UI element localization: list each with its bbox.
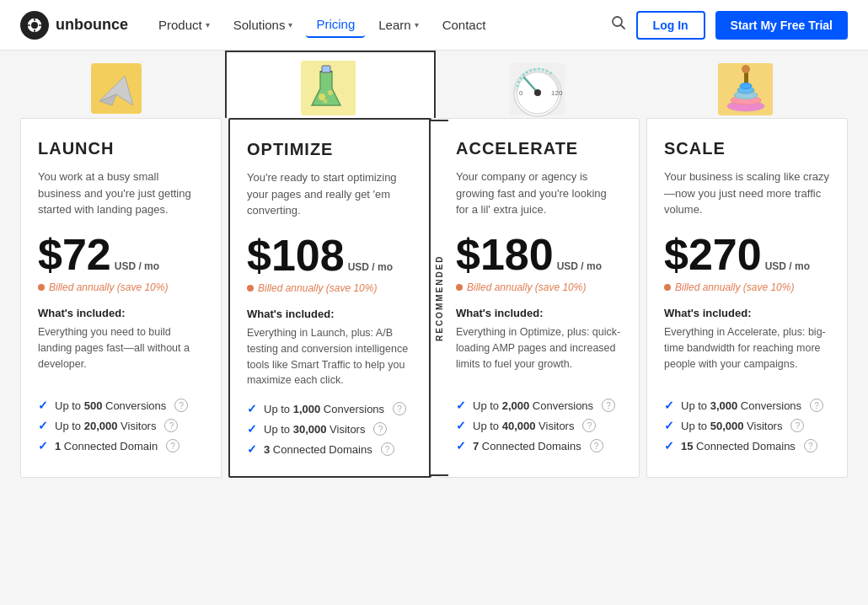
billed-dot-icon	[247, 285, 254, 292]
feature-label: Up to 40,000 Visitors	[473, 420, 574, 432]
nav-links: Product ▾ Solutions ▾ Pricing Learn ▾ Co…	[148, 12, 604, 38]
plan-card-optimize: RECOMMENDED OPTIMIZE You're ready to sta…	[228, 118, 431, 478]
help-icon[interactable]: ?	[790, 419, 804, 432]
nav-learn[interactable]: Learn ▾	[368, 13, 428, 37]
feature-label: 1 Connected Domain	[55, 440, 158, 452]
feature-item: ✓ 1 Connected Domain ?	[38, 439, 204, 452]
check-icon: ✓	[38, 399, 48, 412]
feature-label: Up to 1,000 Conversions	[264, 403, 384, 415]
feature-label: 7 Connected Domains	[473, 440, 581, 452]
help-icon[interactable]: ?	[602, 399, 615, 412]
whats-included-label: What's included:	[664, 307, 830, 319]
logo-text: unbounce	[56, 16, 128, 34]
check-icon: ✓	[247, 442, 257, 456]
trial-button[interactable]: Start My Free Trial	[715, 11, 848, 40]
feature-item: ✓ 3 Connected Domains ?	[247, 442, 413, 456]
plan-features-desc: Everything in Launch, plus: A/B testing …	[247, 325, 413, 388]
help-icon[interactable]: ?	[164, 419, 178, 432]
search-icon[interactable]	[611, 15, 626, 35]
check-icon: ✓	[456, 419, 466, 432]
plan-name: ACCELERATE	[456, 139, 622, 158]
illustration-strip: 0 120	[0, 51, 868, 118]
svg-point-29	[740, 83, 752, 89]
billed-text: Billed annually (save 10%)	[467, 281, 586, 293]
svg-point-30	[742, 65, 750, 73]
feature-item: ✓ Up to 1,000 Conversions ?	[247, 402, 413, 415]
plan-desc: Your business is scaling like crazy—now …	[664, 169, 830, 219]
plan-name: LAUNCH	[38, 139, 204, 158]
nav-product[interactable]: Product ▾	[148, 13, 220, 37]
nav-contact[interactable]: Contact	[432, 13, 496, 37]
navbar: unbounce Product ▾ Solutions ▾ Pricing L…	[0, 0, 868, 51]
feature-item: ✓ Up to 500 Conversions ?	[38, 399, 204, 412]
nav-solutions[interactable]: Solutions ▾	[223, 13, 303, 37]
login-button[interactable]: Log In	[636, 11, 705, 40]
plan-features-desc: Everything in Optimize, plus: quick-load…	[456, 324, 622, 385]
price-amount: $72	[38, 233, 111, 276]
billed-note: Billed annually (save 10%)	[456, 281, 622, 293]
price-suffix: USD / mo	[348, 261, 393, 273]
plan-card-scale: SCALE Your business is scaling like craz…	[646, 118, 848, 478]
pricing-section: 0 120 LAUNCH You	[0, 51, 868, 605]
logo[interactable]: unbounce	[20, 11, 128, 40]
check-icon: ✓	[247, 422, 257, 436]
svg-text:120: 120	[551, 89, 563, 97]
check-icon: ✓	[38, 439, 48, 452]
price-suffix: USD / mo	[765, 260, 810, 272]
billed-text: Billed annually (save 10%)	[49, 281, 168, 293]
nav-actions: Log In Start My Free Trial	[611, 11, 848, 40]
billed-note: Billed annually (save 10%)	[38, 281, 204, 293]
plan-name: SCALE	[664, 139, 830, 158]
price-amount: $108	[247, 233, 345, 277]
billed-dot-icon	[38, 284, 45, 291]
svg-point-20	[534, 89, 541, 96]
help-icon[interactable]: ?	[590, 439, 603, 452]
feature-item: ✓ 15 Connected Domains ?	[664, 439, 830, 452]
help-icon[interactable]: ?	[174, 399, 188, 412]
help-icon[interactable]: ?	[804, 439, 817, 452]
billed-dot-icon	[456, 284, 463, 291]
help-icon[interactable]: ?	[582, 419, 596, 432]
billed-text: Billed annually (save 10%)	[258, 282, 377, 294]
help-icon[interactable]: ?	[810, 399, 823, 412]
svg-point-1	[31, 22, 38, 29]
help-icon[interactable]: ?	[373, 422, 387, 436]
plan-card-launch: LAUNCH You work at a busy small business…	[20, 118, 222, 478]
plan-price: $270 USD / mo	[664, 233, 830, 276]
help-icon[interactable]: ?	[381, 442, 394, 456]
check-icon: ✓	[664, 399, 674, 412]
billed-dot-icon	[664, 284, 671, 291]
plan-price: $180 USD / mo	[456, 233, 622, 276]
check-icon: ✓	[247, 402, 257, 415]
feature-item: ✓ Up to 30,000 Visitors ?	[247, 422, 413, 436]
learn-arrow-icon: ▾	[415, 20, 419, 29]
plan-card-accelerate: ACCELERATE Your company or agency is gro…	[438, 118, 640, 478]
help-icon[interactable]: ?	[393, 402, 406, 415]
check-icon: ✓	[664, 439, 674, 452]
nav-pricing[interactable]: Pricing	[306, 12, 365, 38]
feature-item: ✓ Up to 50,000 Visitors ?	[664, 419, 830, 432]
svg-line-7	[620, 25, 624, 29]
plan-name: OPTIMIZE	[247, 140, 413, 159]
svg-rect-15	[322, 66, 330, 72]
feature-item: ✓ Up to 40,000 Visitors ?	[456, 419, 622, 432]
price-amount: $270	[664, 233, 762, 276]
feature-label: Up to 30,000 Visitors	[264, 423, 365, 436]
feature-item: ✓ 7 Connected Domains ?	[456, 439, 622, 452]
svg-point-14	[323, 99, 327, 104]
plan-features-desc: Everything in Accelerate, plus: big-time…	[664, 324, 830, 385]
price-amount: $180	[456, 233, 554, 276]
feature-label: Up to 500 Conversions	[55, 399, 166, 412]
svg-point-12	[319, 94, 325, 100]
whats-included-label: What's included:	[38, 307, 204, 319]
help-icon[interactable]: ?	[166, 439, 179, 452]
feature-label: 15 Connected Domains	[681, 440, 796, 452]
svg-text:0: 0	[519, 89, 523, 97]
price-suffix: USD / mo	[115, 260, 159, 272]
feature-list: ✓ Up to 3,000 Conversions ? ✓ Up to 50,0…	[664, 399, 830, 452]
feature-item: ✓ Up to 3,000 Conversions ?	[664, 399, 830, 412]
billed-note: Billed annually (save 10%)	[664, 281, 830, 293]
optimize-illustration	[225, 51, 437, 118]
feature-label: Up to 50,000 Visitors	[681, 420, 782, 432]
feature-list: ✓ Up to 2,000 Conversions ? ✓ Up to 40,0…	[456, 399, 622, 452]
